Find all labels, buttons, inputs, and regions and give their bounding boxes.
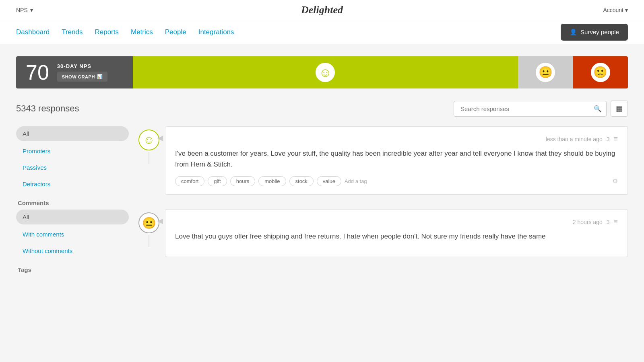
feed-card-wrapper-2: ◀ 2 hours ago 3 ≡ Love that you guys off… <box>161 209 628 263</box>
survey-people-icon: 👤 <box>570 29 577 36</box>
tag-comfort[interactable]: comfort <box>175 176 204 186</box>
nps-period-label: 30-DAY NPS <box>57 63 108 69</box>
survey-people-button[interactable]: 👤 Survey people <box>561 24 628 41</box>
detractor-face-icon: 🙁 <box>591 63 610 82</box>
nps-promoter-bar: ☺ <box>133 56 518 88</box>
search-wrapper: 🔍 <box>454 101 607 117</box>
nav-integrations[interactable]: Integrations <box>198 28 234 36</box>
feed-avatar-2: 😐 <box>138 212 159 233</box>
responses-header: 5343 responses 🔍 ▦ <box>16 101 628 117</box>
responses-count: 5343 responses <box>16 103 79 114</box>
tag-value[interactable]: value <box>317 176 341 186</box>
feed-item-1: less than a minute ago 3 ≡ I've been a c… <box>165 126 628 195</box>
top-bar: NPS ▾ Delighted Account ▾ <box>0 0 644 20</box>
comments-with-button[interactable]: With comments <box>16 227 129 242</box>
show-graph-button[interactable]: SHOW GRAPH 📊 <box>57 72 108 82</box>
feed-line-1 <box>149 152 149 164</box>
nav-reports[interactable]: Reports <box>95 28 119 36</box>
responses-controls: 🔍 ▦ <box>454 101 628 117</box>
grid-icon: ▦ <box>616 105 623 113</box>
feed-card-wrapper-1: ◀ less than a minute ago 3 ≡ I've been a… <box>161 126 628 201</box>
account-dropdown-arrow: ▾ <box>625 7 628 13</box>
main-content: 70 30-DAY NPS SHOW GRAPH 📊 ☺ 😐 🙁 5343 re… <box>0 44 644 293</box>
passive-face-icon: 😐 <box>536 63 555 82</box>
filter-all-button[interactable]: All <box>16 126 129 141</box>
chevron-left-2: ◀ <box>157 216 163 225</box>
feed: ☺ ◀ less than a minute ago 3 ≡ I've been… <box>137 126 628 281</box>
tag-mobile[interactable]: mobile <box>258 176 286 186</box>
feed-text-1: I've been a customer for years. Love you… <box>175 148 618 170</box>
chevron-left-1: ◀ <box>157 134 163 142</box>
sidebar-tags-section: Tags <box>16 266 129 273</box>
content-area: All Promoters Passives Detractors Commen… <box>16 126 628 281</box>
feed-avatar-1: ☺ <box>138 130 159 150</box>
feed-avatar-col-1: ☺ <box>137 126 161 164</box>
nav-people[interactable]: People <box>165 28 186 36</box>
sidebar-filter-section: All Promoters Passives Detractors <box>16 126 129 191</box>
nps-dropdown[interactable]: NPS ▾ <box>16 7 33 13</box>
grid-view-button[interactable]: ▦ <box>611 101 628 117</box>
nps-label: NPS <box>16 7 28 13</box>
sidebar-comments-section: Comments All With comments Without comme… <box>16 200 129 258</box>
search-icon: 🔍 <box>594 105 602 113</box>
nps-detractor-bar: 🙁 <box>573 56 628 88</box>
feed-score-2: 3 <box>607 219 610 225</box>
nav-metrics[interactable]: Metrics <box>131 28 153 36</box>
feed-line-2 <box>149 235 149 247</box>
nav-dashboard[interactable]: Dashboard <box>16 28 50 36</box>
nav-links: Dashboard Trends Reports Metrics People … <box>16 28 234 36</box>
feed-timestamp-1: less than a minute ago <box>546 136 603 142</box>
promoter-face-icon: ☺ <box>316 63 335 82</box>
feed-timestamp-2: 2 hours ago <box>573 219 603 225</box>
survey-people-label: Survey people <box>580 29 619 35</box>
feed-item-header-2: 2 hours ago 3 ≡ <box>175 218 618 226</box>
tag-stock[interactable]: stock <box>289 176 314 186</box>
main-nav: Dashboard Trends Reports Metrics People … <box>0 20 644 44</box>
feed-avatar-col-2: 😐 <box>137 209 161 247</box>
show-graph-label: SHOW GRAPH <box>62 74 95 79</box>
feed-item-2: 2 hours ago 3 ≡ Love that you guys offer… <box>165 209 628 257</box>
account-dropdown[interactable]: Account ▾ <box>603 7 628 13</box>
nps-score-box: 70 30-DAY NPS SHOW GRAPH 📊 <box>16 56 133 88</box>
comments-all-button[interactable]: All <box>16 210 129 224</box>
feed-score-1: 3 <box>607 136 610 142</box>
search-input[interactable] <box>454 101 607 117</box>
nav-trends[interactable]: Trends <box>62 28 83 36</box>
feed-list-icon-1: ≡ <box>613 135 618 143</box>
filter-detractors-button[interactable]: Detractors <box>16 177 129 191</box>
tag-gift[interactable]: gift <box>208 176 227 186</box>
chart-icon: 📊 <box>97 74 103 79</box>
nps-section: 70 30-DAY NPS SHOW GRAPH 📊 ☺ 😐 🙁 <box>16 56 628 88</box>
nps-dropdown-arrow: ▾ <box>30 7 33 13</box>
comments-without-button[interactable]: Without comments <box>16 243 129 258</box>
gear-icon-1[interactable]: ⚙ <box>612 177 618 185</box>
add-tag-link-1[interactable]: Add a tag <box>345 178 367 184</box>
account-label: Account <box>603 7 623 13</box>
filter-passives-button[interactable]: Passives <box>16 160 129 175</box>
nps-passive-bar: 😐 <box>518 56 573 88</box>
sidebar: All Promoters Passives Detractors Commen… <box>16 126 129 281</box>
feed-text-2: Love that you guys offer free shipping a… <box>175 231 618 242</box>
feed-item-header-1: less than a minute ago 3 ≡ <box>175 135 618 143</box>
feed-tags-1: comfort gift hours mobile stock value Ad… <box>175 176 618 186</box>
feed-row-2: 😐 ◀ 2 hours ago 3 ≡ Love that you guys o… <box>137 209 628 271</box>
feed-row-1: ☺ ◀ less than a minute ago 3 ≡ I've been… <box>137 126 628 209</box>
nps-score: 70 <box>26 60 49 84</box>
feed-list-icon-2: ≡ <box>613 218 618 226</box>
nps-bar: ☺ 😐 🙁 <box>133 56 628 88</box>
tag-hours[interactable]: hours <box>230 176 256 186</box>
logo: Delighted <box>301 4 343 16</box>
tags-section-title: Tags <box>16 266 129 273</box>
comments-section-title: Comments <box>16 200 129 206</box>
filter-promoters-button[interactable]: Promoters <box>16 144 129 158</box>
nps-info: 30-DAY NPS SHOW GRAPH 📊 <box>57 63 108 82</box>
